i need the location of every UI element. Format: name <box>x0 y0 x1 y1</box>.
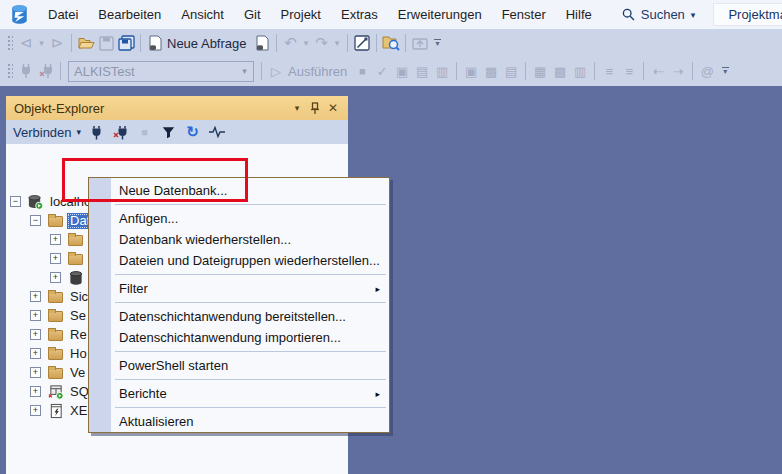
include-actual-plan-button[interactable]: ▣ <box>461 60 481 82</box>
tree-label: Se <box>70 308 86 323</box>
increase-indent-button[interactable]: ⇢ <box>668 60 688 82</box>
connect-server-button[interactable] <box>88 123 105 141</box>
menu-item-dateien-wiederherstellen[interactable]: Dateien und Dateigruppen wiederherstelle… <box>89 250 389 271</box>
menu-erweiterungen[interactable]: Erweiterungen <box>388 0 492 29</box>
expand-icon[interactable]: + <box>30 405 41 416</box>
menu-item-datenschicht-bereitstellen[interactable]: Datenschichtanwendung bereitstellen... <box>89 306 389 327</box>
expand-icon[interactable]: + <box>50 234 61 245</box>
search-control[interactable]: Suchen ▾ <box>614 7 704 22</box>
menu-ansicht[interactable]: Ansicht <box>171 0 234 29</box>
object-explorer-titlebar[interactable]: Objekt-Explorer ▾ ✕ <box>6 96 348 120</box>
open-query-button[interactable] <box>252 32 272 54</box>
navigate-back-caret-icon[interactable]: ▾ <box>36 32 47 54</box>
parse-query-button[interactable]: ✓ <box>372 60 392 82</box>
activity-monitor-button[interactable] <box>352 32 372 54</box>
browse-folder-button[interactable] <box>381 32 401 54</box>
close-icon[interactable]: ✕ <box>324 99 342 117</box>
new-query-button[interactable] <box>145 32 165 54</box>
toolbar-grip-handle[interactable] <box>6 62 13 80</box>
save-all-button[interactable] <box>116 32 136 54</box>
undo-caret-icon[interactable]: ▾ <box>301 32 312 54</box>
query-options-window-button[interactable]: ▤ <box>412 60 432 82</box>
results-to-text-button[interactable]: ▦ <box>530 60 550 82</box>
disconnect-server-button[interactable] <box>112 123 129 141</box>
intellisense-button[interactable]: ▥ <box>432 60 452 82</box>
menu-item-neue-datenbank[interactable]: Neue Datenbank... <box>89 180 389 201</box>
open-folder-icon <box>78 36 95 50</box>
menu-item-filter[interactable]: Filter ▸ <box>89 278 389 299</box>
menu-git[interactable]: Git <box>234 0 271 29</box>
redo-caret-icon[interactable]: ▾ <box>332 32 343 54</box>
context-menu: Neue Datenbank... Anfügen... Datenbank w… <box>88 177 390 433</box>
activity-pulse-button[interactable] <box>208 123 225 141</box>
menu-bearbeiten[interactable]: Bearbeiten <box>88 0 171 29</box>
navigate-back-button[interactable]: ⊲ <box>16 32 36 54</box>
new-query-label[interactable]: Neue Abfrage <box>165 36 252 51</box>
menu-item-label: Berichte <box>119 386 167 401</box>
specify-template-parameters-button[interactable]: @ <box>697 60 717 82</box>
toolbar-separator <box>60 62 61 80</box>
cancel-query-button[interactable]: ■ <box>352 60 372 82</box>
home-button[interactable] <box>410 32 430 54</box>
combobox-dropdown-icon[interactable]: ▾ <box>236 62 253 81</box>
toolbar-separator <box>376 34 377 52</box>
menu-item-powershell-starten[interactable]: PowerShell starten <box>89 355 389 376</box>
pin-icon[interactable] <box>306 99 324 117</box>
menu-fenster[interactable]: Fenster <box>492 0 556 29</box>
stop-button[interactable]: ■ <box>136 123 153 141</box>
expand-icon[interactable]: + <box>50 253 61 264</box>
menu-separator <box>89 404 389 411</box>
expand-icon[interactable]: + <box>30 367 41 378</box>
display-estimated-plan-button[interactable]: ▣ <box>392 60 412 82</box>
folder-icon <box>48 349 63 360</box>
menu-datei[interactable]: Datei <box>38 0 88 29</box>
menu-hilfe[interactable]: Hilfe <box>556 0 602 29</box>
decrease-indent-button[interactable]: ⇠ <box>648 60 668 82</box>
expand-icon[interactable]: + <box>30 386 41 397</box>
menu-separator <box>89 376 389 383</box>
save-button[interactable] <box>96 32 116 54</box>
menu-item-berichte[interactable]: Berichte ▸ <box>89 383 389 404</box>
redo-button[interactable]: ↷ <box>312 32 332 54</box>
toolbar-overflow-button[interactable]: ▾ <box>717 60 733 82</box>
expand-icon[interactable]: + <box>30 291 41 302</box>
connect-query-button[interactable] <box>16 60 36 82</box>
execute-label[interactable]: Ausführen <box>286 64 352 79</box>
execute-button[interactable]: ▷ <box>266 60 286 82</box>
server-icon <box>27 194 43 210</box>
menu-item-anfuegen[interactable]: Anfügen... <box>89 208 389 229</box>
toolbar-grip-handle[interactable] <box>6 34 13 52</box>
database-combobox[interactable]: ALKISTest ▾ <box>68 61 254 82</box>
menu-extras[interactable]: Extras <box>331 0 388 29</box>
expand-icon[interactable]: + <box>30 348 41 359</box>
toolbar-overflow-button[interactable]: ▾ <box>430 32 446 54</box>
connect-dropdown[interactable]: Verbinden ▾ <box>13 125 81 140</box>
database-icon <box>68 270 84 286</box>
client-statistics-button[interactable]: ▤ <box>501 60 521 82</box>
disconnect-query-button[interactable] <box>36 60 56 82</box>
expand-icon[interactable]: + <box>30 310 41 321</box>
refresh-button[interactable]: ↻ <box>184 123 201 141</box>
uncomment-lines-button[interactable]: ≡ <box>619 60 639 82</box>
pulse-icon <box>209 126 225 138</box>
menu-item-aktualisieren[interactable]: Aktualisieren <box>89 411 389 432</box>
collapse-icon[interactable]: − <box>10 196 21 207</box>
expand-icon[interactable]: + <box>50 272 61 283</box>
menu-projekt[interactable]: Projekt <box>271 0 331 29</box>
filter-button[interactable] <box>160 123 177 141</box>
window-position-caret-icon[interactable]: ▾ <box>288 99 306 117</box>
disconnect-plug-icon <box>113 125 128 140</box>
results-to-file-button[interactable]: ▥ <box>570 60 590 82</box>
menu-item-datenschicht-importieren[interactable]: Datenschichtanwendung importieren... <box>89 327 389 348</box>
solution-name[interactable]: Projektmappe1 <box>713 3 782 26</box>
include-live-statistics-button[interactable]: ▩ <box>481 60 501 82</box>
undo-button[interactable]: ↶ <box>281 32 301 54</box>
expand-icon[interactable]: + <box>30 329 41 340</box>
open-file-button[interactable] <box>76 32 96 54</box>
comment-lines-button[interactable]: ≡ <box>599 60 619 82</box>
menu-item-datenbank-wiederherstellen[interactable]: Datenbank wiederherstellen... <box>89 229 389 250</box>
results-to-grid-button[interactable]: ▩ <box>550 60 570 82</box>
navigate-forward-button[interactable]: ⊳ <box>47 32 67 54</box>
folder-icon <box>68 235 83 246</box>
collapse-icon[interactable]: − <box>30 215 41 226</box>
